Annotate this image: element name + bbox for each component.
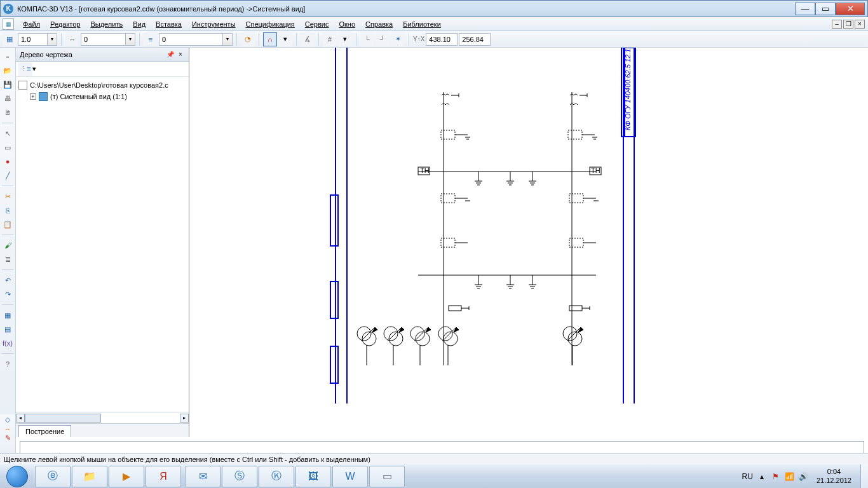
help-icon[interactable]: ? [1, 358, 14, 370]
palette-icon[interactable]: ◔ [241, 32, 255, 46]
task-skype[interactable]: Ⓢ [222, 466, 257, 487]
task-wmp[interactable]: ▶ [109, 466, 144, 487]
axis-icon[interactable]: ✶ [391, 32, 405, 46]
flag-icon[interactable]: ⚑ [771, 471, 781, 482]
save-icon[interactable]: 💾 [1, 78, 14, 91]
preview-icon[interactable]: 🗎 [1, 106, 14, 119]
chevron-down-icon[interactable]: ▾ [222, 33, 233, 46]
tree-hscrollbar[interactable]: ◂ ▸ [16, 412, 189, 423]
line-icon[interactable]: ╱ [1, 169, 14, 182]
edit-icon[interactable]: ✎ [5, 434, 11, 442]
table-icon[interactable]: ▦ [1, 309, 14, 322]
coord-y-input[interactable] [459, 33, 491, 46]
close-panel-icon[interactable]: × [176, 50, 185, 59]
copy-icon[interactable]: ⎘ [1, 204, 14, 217]
dropdown-icon[interactable]: ▾ [278, 32, 292, 46]
menu-doc-icon[interactable]: ▦ [3, 18, 14, 30]
tree-view-icon[interactable]: ⋮≡ [18, 62, 32, 76]
chevron-down-icon[interactable]: ▾ [47, 33, 57, 46]
chevron-down-icon[interactable]: ▾ [125, 33, 135, 46]
mdi-minimize-button[interactable]: – [832, 20, 842, 29]
volume-icon[interactable]: 🔊 [799, 471, 809, 482]
tab-construction[interactable]: Построение [18, 425, 71, 437]
tray-clock[interactable]: 0:04 21.12.2012 [813, 468, 855, 484]
hash-icon[interactable]: # [323, 32, 337, 46]
redo-icon[interactable]: ↷ [1, 288, 14, 301]
mdi-close-button[interactable]: × [855, 20, 865, 29]
val3-combo[interactable]: ▾ [159, 33, 233, 46]
task-word[interactable]: W [332, 466, 368, 487]
print-icon[interactable]: 🖶 [1, 92, 14, 105]
svg-rect-29 [569, 238, 583, 247]
menu-window[interactable]: Окно [334, 19, 360, 29]
task-explorer[interactable]: 📁 [72, 466, 107, 487]
select-icon[interactable]: ▭ [1, 141, 14, 154]
close-button[interactable]: ✕ [836, 3, 865, 15]
drawing-canvas[interactable]: КФ ОГУ 140400.62.5 12.11.33 [189, 48, 868, 437]
mail-icon: ✉ [194, 468, 211, 485]
network-icon[interactable]: 📶 [785, 471, 795, 482]
menu-file[interactable]: Файл [18, 19, 45, 29]
val2-combo[interactable]: ▾ [81, 33, 135, 46]
scale-combo[interactable]: ▾ [18, 33, 57, 46]
menu-spec[interactable]: Спецификация [241, 19, 300, 29]
task-photos[interactable]: 🖼 [295, 466, 331, 487]
start-button[interactable] [0, 464, 34, 488]
tree-body[interactable]: C:\Users\User\Desktop\готовая курсовая2.… [16, 77, 189, 412]
svg-rect-17 [441, 130, 455, 139]
menu-editor[interactable]: Редактор [45, 19, 85, 29]
fx-icon[interactable]: f(x) [1, 337, 14, 349]
menu-tools[interactable]: Инструменты [187, 19, 241, 29]
task-ie[interactable]: ⓔ [35, 466, 71, 487]
menu-service[interactable]: Сервис [300, 19, 334, 29]
scroll-right-icon[interactable]: ▸ [180, 414, 189, 423]
menu-insert[interactable]: Вставка [151, 19, 187, 29]
task-mail[interactable]: ✉ [185, 466, 220, 487]
pin-icon[interactable]: 📌 [166, 50, 175, 59]
ortho-y-icon[interactable]: ┘ [376, 32, 390, 46]
layer-icon[interactable]: ≡ [144, 32, 158, 46]
val3-input[interactable] [159, 33, 222, 46]
task-kompas[interactable]: Ⓚ [259, 466, 294, 487]
task-yandex[interactable]: Я [146, 466, 181, 487]
menu-select[interactable]: Выделить [85, 19, 128, 29]
svg-rect-6 [330, 281, 338, 318]
mdi-restore-button[interactable]: ❐ [843, 20, 853, 29]
new-icon[interactable]: ▫ [1, 50, 14, 63]
scroll-thumb[interactable] [25, 414, 101, 423]
props-icon[interactable]: ≣ [1, 253, 14, 266]
chevron-down-icon[interactable]: ▾ [32, 65, 41, 73]
brush-icon[interactable]: 🖌 [1, 239, 14, 252]
coord-x-input[interactable] [426, 33, 458, 46]
snap-icon[interactable]: ↔ [65, 32, 79, 46]
point-icon[interactable]: ● [1, 155, 14, 168]
scroll-left-icon[interactable]: ◂ [16, 414, 25, 423]
arrow-icon[interactable]: ↖ [1, 127, 14, 140]
grid-icon[interactable]: ▦ [3, 32, 17, 46]
menu-view[interactable]: Вид [128, 19, 151, 29]
scale-input[interactable] [18, 33, 47, 46]
chevron-down-icon[interactable]: ▾ [338, 32, 352, 46]
maximize-button[interactable]: ▭ [815, 3, 836, 15]
tree-view-node[interactable]: + (т) Системный вид (1:1) [18, 91, 186, 102]
language-indicator[interactable]: RU [742, 472, 753, 481]
geom-icon[interactable]: ◇ [5, 416, 10, 424]
task-app[interactable]: ▭ [369, 466, 405, 487]
menu-libs[interactable]: Библиотеки [398, 19, 446, 29]
val2-input[interactable] [81, 33, 125, 46]
tree-root[interactable]: C:\Users\User\Desktop\готовая курсовая2.… [18, 79, 186, 91]
angle-icon[interactable]: ∡ [301, 32, 315, 46]
minimize-button[interactable]: — [795, 3, 815, 15]
spec-icon[interactable]: ▤ [1, 323, 14, 336]
magnet-icon[interactable]: ∩ [263, 32, 277, 46]
dim-icon[interactable]: ↔ [4, 425, 11, 433]
menu-help[interactable]: Справка [360, 19, 398, 29]
cut-icon[interactable]: ✂ [1, 190, 14, 203]
show-desktop-button[interactable] [860, 464, 868, 488]
paste-icon[interactable]: 📋 [1, 218, 14, 231]
undo-icon[interactable]: ↶ [1, 274, 14, 287]
expand-icon[interactable]: + [30, 93, 36, 100]
ortho-x-icon[interactable]: └ [360, 32, 374, 46]
tray-chevron-icon[interactable]: ▴ [757, 471, 767, 482]
open-icon[interactable]: 📂 [1, 64, 14, 77]
